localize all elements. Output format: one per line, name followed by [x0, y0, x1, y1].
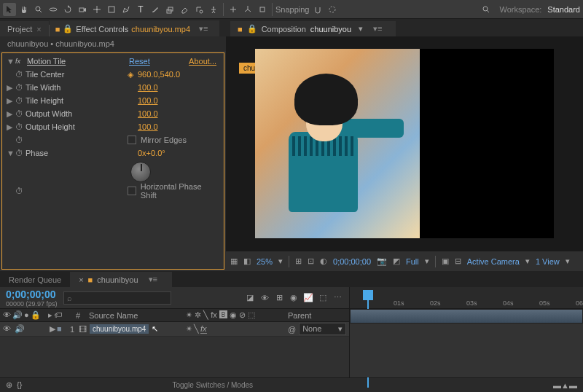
- layer-name[interactable]: chuunibyou.mp4: [90, 324, 149, 334]
- parent-dropdown[interactable]: None ▾: [299, 323, 346, 335]
- text-tool-icon[interactable]: T: [134, 3, 147, 16]
- view-axis-icon[interactable]: [256, 3, 269, 16]
- lock-col-icon[interactable]: 🔒: [31, 310, 41, 320]
- about-link[interactable]: About...: [189, 57, 216, 66]
- viewer[interactable]: chuunibyou: [226, 36, 583, 251]
- label-color[interactable]: ■: [57, 324, 62, 334]
- phase-value[interactable]: 0x+0.0°: [138, 149, 165, 157]
- track-area[interactable]: [350, 309, 583, 377]
- fx-switch[interactable]: fx: [200, 324, 207, 334]
- roi-icon[interactable]: ▣: [442, 256, 449, 266]
- stopwatch-icon[interactable]: ⏱: [15, 109, 26, 118]
- dropdown-icon[interactable]: ▾: [359, 24, 363, 34]
- twisty-icon[interactable]: ▶: [7, 83, 15, 93]
- twisty-icon[interactable]: ▶: [50, 324, 55, 334]
- source-name-col[interactable]: Source Name: [89, 311, 186, 320]
- dropdown-icon[interactable]: ▾: [566, 256, 570, 266]
- view-dropdown[interactable]: 1 View: [536, 257, 560, 266]
- stopwatch-icon[interactable]: ⏱: [15, 187, 26, 195]
- clone-tool-icon[interactable]: [163, 3, 176, 16]
- phase-dial[interactable]: [130, 162, 151, 182]
- brush-tool-icon[interactable]: [149, 3, 162, 16]
- pan-behind-tool-icon[interactable]: [90, 3, 103, 16]
- composition-tab[interactable]: ■ 🔒 Composition chuunibyou ▾ ▾≡: [230, 21, 396, 36]
- expand-icon[interactable]: ⊕: [6, 380, 12, 390]
- graph-editor-icon[interactable]: 📈: [302, 292, 314, 304]
- shy-switch[interactable]: ✴: [186, 324, 192, 334]
- render-queue-tab[interactable]: Render Queue: [0, 273, 70, 287]
- camera-dropdown[interactable]: Active Camera: [467, 257, 520, 266]
- time-ruler[interactable]: 01s 02s 03s 04s 05s 06s: [350, 287, 583, 309]
- layer-bar[interactable]: [350, 309, 583, 324]
- audio-toggle[interactable]: 🔊: [15, 324, 25, 334]
- video-col-icon[interactable]: 👁: [3, 310, 11, 320]
- fx-badge[interactable]: fx: [15, 58, 27, 65]
- dropdown-icon[interactable]: ▾: [425, 256, 429, 266]
- project-tab[interactable]: Project×: [0, 21, 49, 36]
- audio-col-icon[interactable]: 🔊: [12, 310, 23, 320]
- tile-width-value[interactable]: 100.0: [138, 83, 158, 92]
- puppet-tool-icon[interactable]: [207, 3, 220, 16]
- roto-tool-icon[interactable]: [192, 3, 206, 16]
- stopwatch-icon[interactable]: ⏱: [15, 70, 26, 79]
- twisty-icon[interactable]: ▶: [7, 122, 15, 132]
- effect-header-row[interactable]: ▼ fx Motion Tile Reset About...: [4, 55, 222, 68]
- visibility-toggle[interactable]: 👁: [3, 324, 13, 334]
- panel-menu-icon[interactable]: ▾≡: [193, 24, 214, 34]
- camera-tool-icon[interactable]: [76, 3, 89, 16]
- magnify-icon[interactable]: ▦: [230, 256, 238, 266]
- hand-tool-icon[interactable]: [17, 3, 31, 16]
- rotate-tool-icon[interactable]: [61, 3, 74, 16]
- snapping-options-icon[interactable]: [326, 3, 339, 16]
- grid-icon[interactable]: ⊞: [295, 256, 302, 266]
- search-help-icon[interactable]: [480, 3, 493, 16]
- motion-blur-icon[interactable]: ◉: [288, 292, 300, 304]
- lock-icon[interactable]: 🔒: [247, 24, 257, 34]
- twisty-icon[interactable]: ▼: [7, 57, 15, 66]
- composition-canvas[interactable]: [255, 49, 554, 238]
- mirror-edges-checkbox[interactable]: [128, 136, 136, 144]
- lock-icon[interactable]: 🔒: [63, 24, 73, 34]
- workspace-dropdown[interactable]: Standard: [547, 5, 580, 14]
- stopwatch-icon[interactable]: ⏱: [15, 122, 26, 131]
- transparency-icon[interactable]: ⊟: [455, 256, 461, 266]
- mask-icon[interactable]: ◐: [320, 256, 327, 266]
- frame-blend-icon[interactable]: ⊞: [273, 292, 285, 304]
- dropdown-icon[interactable]: ▾: [278, 256, 283, 266]
- layer-row[interactable]: 👁 🔊 ▶ ■ 1 🎞 chuunibyou.mp4 ↖ ✴ ╲ fx: [0, 322, 349, 337]
- zoom-slider[interactable]: ▬▲▬: [553, 381, 577, 390]
- dropdown-icon[interactable]: ▾: [525, 256, 530, 266]
- layer-search-input[interactable]: [63, 291, 171, 305]
- shape-tool-icon[interactable]: [105, 3, 118, 16]
- eraser-tool-icon[interactable]: [178, 3, 191, 16]
- playhead[interactable]: [363, 290, 373, 300]
- selection-tool-icon[interactable]: [3, 3, 16, 16]
- viewer-timecode[interactable]: 0;00;00;00: [333, 257, 371, 266]
- twisty-icon[interactable]: ▶: [7, 96, 15, 106]
- local-axis-icon[interactable]: [227, 3, 240, 16]
- output-width-value[interactable]: 100.0: [138, 109, 158, 118]
- keyframe-icon[interactable]: ◈: [128, 70, 138, 79]
- toggle-switches-button[interactable]: Toggle Switches / Modes: [172, 381, 253, 389]
- output-height-value[interactable]: 100.0: [138, 122, 158, 131]
- alpha-icon[interactable]: ◧: [243, 256, 251, 266]
- panel-menu-icon[interactable]: ▾≡: [367, 24, 388, 34]
- solo-col-icon[interactable]: ●: [24, 310, 29, 320]
- comp-mini-icon[interactable]: ◪: [244, 292, 256, 304]
- stopwatch-icon[interactable]: ⏱: [15, 149, 26, 157]
- timeline-comp-tab[interactable]: × ■ chuunibyou ▾≡: [70, 272, 172, 287]
- stopwatch-icon[interactable]: ⏱: [15, 83, 26, 92]
- more-icon[interactable]: ⋯: [332, 292, 343, 304]
- twisty-icon[interactable]: ▼: [7, 149, 15, 157]
- reset-link[interactable]: Reset: [129, 57, 150, 66]
- label-col-icon[interactable]: 🏷: [54, 310, 62, 320]
- world-axis-icon[interactable]: [241, 3, 254, 16]
- tile-height-value[interactable]: 100.0: [138, 96, 158, 105]
- resolution-dropdown[interactable]: Full: [406, 257, 419, 266]
- close-icon[interactable]: ×: [79, 275, 83, 284]
- snapping-toggle-icon[interactable]: [311, 3, 324, 16]
- horizontal-shift-checkbox[interactable]: [128, 187, 136, 195]
- zoom-tool-icon[interactable]: [32, 3, 45, 16]
- stopwatch-icon[interactable]: ⏱: [15, 136, 26, 144]
- zoom-dropdown[interactable]: 25%: [257, 257, 273, 266]
